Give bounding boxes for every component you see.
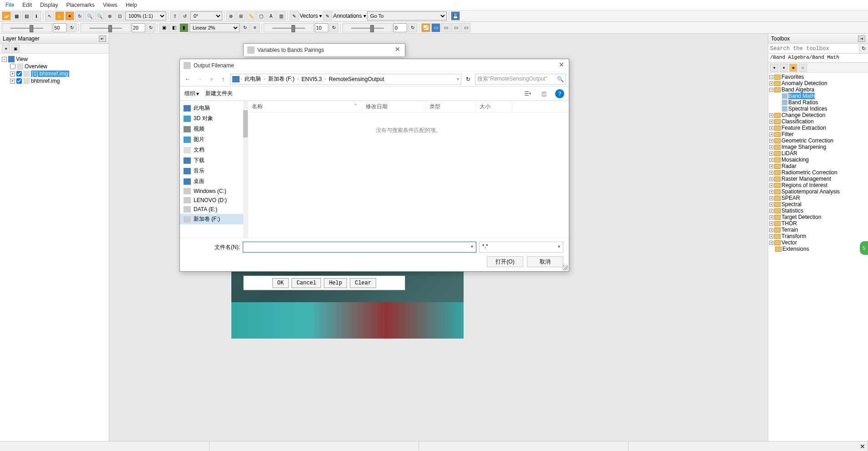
tbx-radiometric[interactable]: +Radiometric Correction: [769, 169, 867, 176]
tbx-spectral-indices[interactable]: Spectral Indices: [769, 106, 867, 112]
sidebar-pictures[interactable]: 图片: [180, 134, 248, 145]
tbx-thor[interactable]: +THOR: [769, 220, 867, 227]
fly-icon[interactable]: ✦: [65, 11, 74, 20]
histogram-icon[interactable]: ▮: [179, 23, 189, 32]
tbx-mosaicking[interactable]: +Mosaicking: [769, 157, 867, 163]
transparency-slider[interactable]: [342, 23, 393, 32]
tbx-statistics[interactable]: +Statistics: [769, 208, 867, 214]
menu-edit[interactable]: Edit: [19, 1, 36, 9]
goto-select[interactable]: Go To: [367, 11, 447, 20]
save-as-icon[interactable]: 💾: [451, 11, 460, 20]
output-dialog-title[interactable]: Output Filename ✕: [180, 59, 569, 72]
chevron-icon[interactable]: ›: [297, 76, 299, 81]
side-bubble[interactable]: 5: [860, 241, 868, 255]
back-icon[interactable]: ←: [183, 74, 193, 84]
open-icon[interactable]: 📂: [2, 11, 11, 20]
sidebar-drive-f[interactable]: 新加卷 (F:): [180, 214, 248, 224]
layer2-checkbox[interactable]: [16, 78, 22, 84]
bc-drive[interactable]: 新加卷 (F:): [266, 75, 296, 83]
chevron-icon[interactable]: ›: [264, 76, 265, 81]
open-button[interactable]: 打开(O): [487, 256, 523, 267]
col-date[interactable]: 修改日期: [362, 101, 426, 112]
refresh-icon[interactable]: ↻: [67, 23, 77, 32]
close-icon[interactable]: ✕: [393, 46, 402, 55]
portal2-icon[interactable]: ▭: [441, 23, 450, 32]
resize-grip[interactable]: [562, 265, 568, 270]
tbx-classification[interactable]: +Classification: [769, 118, 867, 125]
collapse-icon[interactable]: −: [2, 57, 7, 62]
tbx-btn1-icon[interactable]: ▾: [770, 64, 778, 72]
sharpen-input[interactable]: [315, 23, 328, 32]
tbx-vector[interactable]: +Vector: [769, 239, 867, 246]
preview-pane-icon[interactable]: ◫: [539, 89, 549, 99]
tree-layer1-node[interactable]: + [1] bhtmref.img: [2, 70, 107, 77]
tbx-favorites[interactable]: −Favorites: [769, 74, 867, 80]
menu-views[interactable]: Views: [99, 1, 121, 9]
sidebar-drive-d[interactable]: LENOVO (D:): [180, 196, 248, 205]
tbx-anomaly[interactable]: +Anomaly Detection: [769, 80, 867, 86]
search-refresh-icon[interactable]: ↻: [859, 44, 868, 53]
annotations-dropdown[interactable]: Annotations ▾: [333, 13, 366, 19]
help-icon[interactable]: ?: [555, 89, 564, 98]
tbx-band-algebra[interactable]: −Band Algebra: [769, 86, 867, 93]
folder-search-input[interactable]: 搜索"RemoteSensingOutput" 🔍: [475, 74, 566, 85]
chevron-icon[interactable]: ›: [240, 76, 242, 81]
cursor-value-icon[interactable]: ⊞: [236, 11, 245, 20]
portal1-icon[interactable]: ▭: [431, 23, 440, 32]
close-status-icon[interactable]: ✕: [860, 443, 867, 450]
layer-tool-icon[interactable]: ▾: [2, 45, 10, 53]
tbx-change[interactable]: +Change Detection: [769, 112, 867, 118]
measure-icon[interactable]: 📏: [246, 11, 255, 20]
col-name[interactable]: 名称⌃: [248, 101, 362, 112]
contrast-slider[interactable]: [81, 23, 131, 32]
tbx-target[interactable]: +Target Detection: [769, 214, 867, 220]
brightness-slider[interactable]: [2, 23, 52, 32]
recent-chevron-icon[interactable]: ▾: [206, 74, 216, 84]
annotations-icon[interactable]: ✎: [323, 11, 332, 20]
stretch2-icon[interactable]: ◧: [169, 23, 179, 32]
rotation-select[interactable]: 0°: [190, 11, 222, 20]
text-icon[interactable]: A: [266, 11, 276, 20]
sidebar-videos[interactable]: 视频: [180, 124, 248, 134]
cancel-button[interactable]: Cancel: [291, 278, 321, 288]
zoom-icon[interactable]: 🔍: [85, 11, 94, 20]
contrast-input[interactable]: [132, 23, 145, 32]
sidebar-drive-c[interactable]: Windows (C:): [180, 187, 248, 196]
ok-button[interactable]: OK: [272, 278, 289, 288]
filename-input[interactable]: [243, 242, 476, 253]
refresh5-icon[interactable]: ↻: [408, 23, 417, 32]
breadcrumb[interactable]: › 此电脑 › 新加卷 (F:) › ENVI5.3 › RemoteSensi…: [230, 74, 461, 85]
menu-file[interactable]: File: [2, 1, 18, 9]
tree-overview-node[interactable]: Overview: [2, 63, 107, 70]
col-type[interactable]: 类型: [426, 101, 476, 112]
bc-pc[interactable]: 此电脑: [243, 75, 263, 83]
pan-icon[interactable]: ✋: [55, 11, 64, 20]
zoom-fit-icon[interactable]: ⊡: [115, 11, 124, 20]
tbx-sharpening[interactable]: +Image Sharpening: [769, 144, 867, 150]
tbx-btn2-icon[interactable]: ▾: [780, 64, 788, 72]
tbx-terrain[interactable]: +Terrain: [769, 227, 867, 233]
equalize-icon[interactable]: ≡: [250, 23, 260, 32]
layer-tool2-icon[interactable]: ▣: [11, 45, 20, 53]
sidebar-this-pc[interactable]: 此电脑: [180, 103, 248, 113]
brightness-input[interactable]: [53, 23, 66, 32]
clear-button[interactable]: Clear: [350, 278, 376, 288]
sidebar-desktop[interactable]: 桌面: [180, 176, 248, 187]
vectors-dropdown[interactable]: Vectors ▾: [300, 13, 322, 19]
tree-view-node[interactable]: − View: [2, 56, 107, 63]
refresh-icon[interactable]: ↻: [463, 74, 473, 84]
menu-placemarks[interactable]: Placemarks: [62, 1, 98, 9]
bc-envi[interactable]: ENVI5.3: [300, 76, 324, 82]
search-icon[interactable]: 🔍: [557, 76, 564, 82]
zoom-level-select[interactable]: 100% (1:1): [125, 11, 166, 20]
vectors-icon[interactable]: ✎: [290, 11, 299, 20]
zoom-reset-icon[interactable]: ⊕: [105, 11, 114, 20]
refresh3-icon[interactable]: ↻: [240, 23, 250, 32]
stretch1-icon[interactable]: ▣: [159, 23, 168, 32]
menu-display[interactable]: Display: [36, 1, 61, 9]
portal4-icon[interactable]: ▭: [461, 23, 470, 32]
tbx-radar[interactable]: +Radar: [769, 163, 867, 169]
col-size[interactable]: 大小: [476, 101, 512, 112]
chip-icon[interactable]: ▦: [12, 11, 21, 20]
variables-dialog-title[interactable]: Variables to Bands Pairings ✕: [244, 44, 405, 56]
